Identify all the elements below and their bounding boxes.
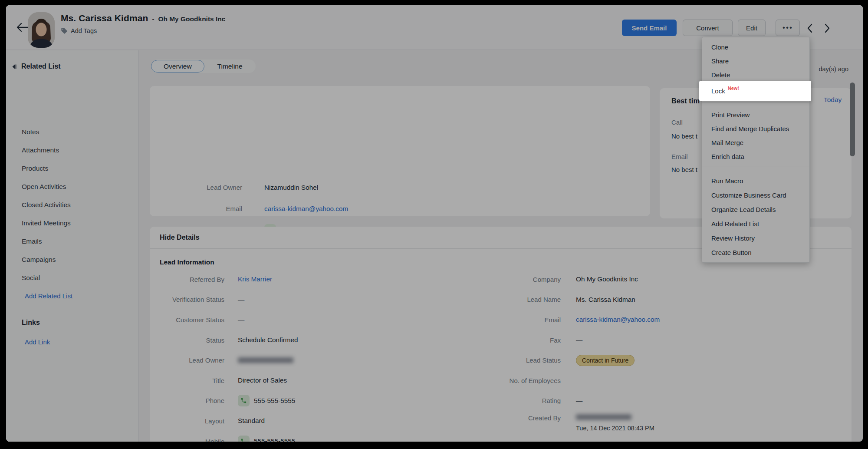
field-label: Email	[486, 316, 561, 324]
next-record-button[interactable]	[824, 23, 833, 33]
field-row: StatusSchedule Confirmed	[150, 330, 298, 350]
field-value-text: Oh My Goodknits Inc	[576, 275, 638, 283]
menu-item-label: Delete	[711, 71, 730, 79]
created-date: Tue, 14 Dec 2021 08:43 PM	[576, 425, 654, 432]
chevron-right-icon	[825, 24, 829, 32]
add-related-list-link[interactable]: Add Related List	[25, 292, 72, 300]
more-actions-menu: CloneShareDeleteLockNew!Print PreviewFin…	[702, 37, 810, 263]
phone-icon[interactable]	[238, 395, 250, 406]
arrow-left-icon	[17, 23, 28, 31]
menu-item-label: Review History	[711, 234, 755, 242]
menu-item-label: Share	[711, 57, 729, 65]
menu-item-add-related-list[interactable]: Add Related List	[702, 217, 809, 231]
sidebar-item-campaigns[interactable]: Campaigns	[22, 251, 71, 269]
menu-section: CloneShareDeleteLockNew!	[702, 40, 809, 100]
menu-item-mail-merge[interactable]: Mail Merge	[702, 135, 809, 149]
field-label: Layout	[150, 417, 224, 425]
field-value: 555-555-5555	[238, 436, 295, 442]
menu-item-share[interactable]: Share	[702, 54, 809, 68]
field-value: Kris Marrier	[238, 275, 272, 283]
tab-timeline[interactable]: Timeline	[204, 59, 256, 73]
redacted-value	[238, 357, 293, 363]
field-label: Customer Status	[150, 316, 224, 324]
field-value: —	[576, 336, 582, 344]
field-value	[238, 357, 293, 363]
field-value-link[interactable]: Kris Marrier	[238, 275, 272, 283]
field-value: Contact in Future	[576, 355, 635, 366]
field-label: Mobile	[150, 438, 224, 442]
menu-item-label: Customize Business Card	[711, 191, 786, 199]
add-tags[interactable]: Add Tags	[61, 27, 225, 34]
sidebar-item-attachments[interactable]: Attachments	[22, 141, 71, 159]
field-value: —	[576, 397, 582, 405]
field-label: Status	[150, 337, 224, 344]
field-value-text: Schedule Confirmed	[238, 336, 298, 344]
field-value-text: Ms. Carissa Kidman	[576, 296, 635, 304]
menu-item-lock[interactable]: LockNew!	[702, 82, 809, 100]
collapse-sidebar-icon[interactable]	[11, 64, 17, 69]
sidebar-item-social[interactable]: Social	[22, 269, 71, 287]
vertical-scrollbar-thumb[interactable]	[850, 83, 855, 156]
field-row: LayoutStandard	[150, 411, 298, 431]
field-value: Ms. Carissa Kidman	[576, 296, 635, 304]
field-value-link[interactable]: carissa-kidman@yahoo.com	[264, 205, 348, 213]
redacted-value-block: Tue, 14 Dec 2021 08:43 PM	[576, 414, 654, 432]
crm-lead-detail-window: Ms. Carissa Kidman - Oh My Goodknits Inc…	[6, 5, 863, 442]
menu-item-label: Lock	[711, 87, 725, 95]
field-value-empty: —	[238, 316, 244, 324]
field-label: Title	[150, 377, 224, 384]
field-row: CompanyOh My Goodknits Inc	[486, 269, 660, 290]
menu-item-label: Create Button	[711, 249, 752, 256]
menu-item-run-macro[interactable]: Run Macro	[702, 174, 809, 188]
page-title: Ms. Carissa Kidman	[61, 13, 148, 23]
menu-item-enrich-data[interactable]: Enrich data	[702, 149, 809, 163]
menu-item-create-button[interactable]: Create Button	[702, 245, 809, 260]
field-label: Phone	[150, 397, 224, 404]
add-link-link[interactable]: Add Link	[25, 338, 50, 346]
sidebar-item-open-activities[interactable]: Open Activities	[22, 178, 71, 196]
field-value: —	[238, 316, 244, 324]
field-value: Nizamuddin Sohel	[264, 184, 318, 191]
convert-button[interactable]: Convert	[683, 20, 733, 36]
menu-item-label: Find and Merge Duplicates	[711, 125, 789, 132]
field-value: Tue, 14 Dec 2021 08:43 PM	[576, 414, 654, 432]
field-label: Lead Owner	[150, 357, 224, 364]
field-value: —	[576, 376, 582, 384]
field-row: Rating—	[486, 391, 660, 411]
field-row: Emailcarissa-kidman@yahoo.com	[150, 198, 348, 219]
chevron-left-icon	[808, 24, 812, 32]
field-value: Director of Sales	[238, 376, 287, 384]
menu-item-organize-lead-details[interactable]: Organize Lead Details	[702, 202, 809, 217]
lead-information-title: Lead Information	[160, 258, 214, 266]
edit-button[interactable]: Edit	[738, 20, 766, 36]
field-value-empty: —	[238, 296, 244, 304]
menu-item-delete[interactable]: Delete	[702, 68, 809, 82]
field-row: Lead Owner	[150, 350, 298, 370]
related-list-sidebar: Related List NotesAttachmentsProductsOpe…	[6, 50, 139, 442]
tab-overview[interactable]: Overview	[151, 60, 204, 73]
menu-item-review-history[interactable]: Review History	[702, 231, 809, 245]
sidebar-item-closed-activities[interactable]: Closed Activities	[22, 196, 71, 214]
field-value-link[interactable]: carissa-kidman@yahoo.com	[576, 316, 660, 324]
menu-item-print-preview[interactable]: Print Preview	[702, 108, 809, 122]
menu-item-label: Clone	[711, 43, 728, 51]
today-link[interactable]: Today	[824, 96, 842, 104]
menu-item-label: Add Related List	[711, 220, 759, 228]
sidebar-item-products[interactable]: Products	[22, 159, 71, 178]
sidebar-item-invited-meetings[interactable]: Invited Meetings	[22, 214, 71, 232]
more-actions-button[interactable]: •••	[776, 20, 800, 36]
menu-item-label: Mail Merge	[711, 139, 743, 146]
sidebar-item-emails[interactable]: Emails	[22, 232, 71, 251]
menu-item-clone[interactable]: Clone	[702, 40, 809, 54]
phone-icon[interactable]	[238, 436, 250, 442]
lead-status-badge: Contact in Future	[576, 355, 635, 366]
field-label: Rating	[486, 397, 561, 404]
field-value-text: Standard	[238, 417, 265, 425]
menu-section: Print PreviewFind and Merge DuplicatesMa…	[702, 102, 809, 163]
sidebar-item-notes[interactable]: Notes	[22, 123, 71, 141]
menu-item-customize-business-card[interactable]: Customize Business Card	[702, 188, 809, 202]
field-value: Schedule Confirmed	[238, 336, 298, 344]
send-email-button[interactable]: Send Email	[622, 20, 677, 36]
previous-record-button[interactable]	[807, 23, 815, 33]
menu-item-find-and-merge-duplicates[interactable]: Find and Merge Duplicates	[702, 122, 809, 135]
